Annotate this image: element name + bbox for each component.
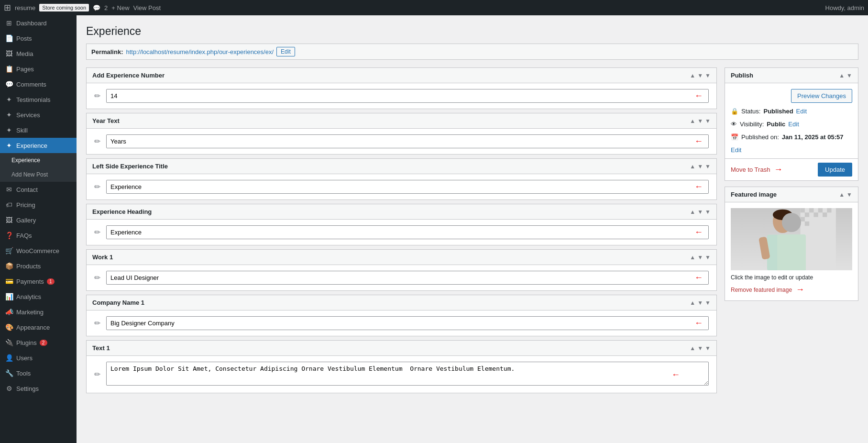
publish-collapse-down[interactable]: ▼ bbox=[846, 72, 852, 79]
sidebar-item-gallery[interactable]: 🖼 Gallery bbox=[0, 212, 77, 228]
sidebar-label-media: Media bbox=[16, 50, 33, 57]
sidebar-submenu-experience-item[interactable]: Experience bbox=[0, 153, 77, 167]
field-input-add-experience-number[interactable] bbox=[106, 89, 709, 103]
sidebar-item-woocommerce[interactable]: 🛒 WooCommerce bbox=[0, 243, 77, 258]
permalink-edit-button[interactable]: Edit bbox=[276, 47, 295, 56]
meta-box-label-left-side-experience-title: Left Side Experience Title bbox=[92, 163, 168, 170]
sidebar-item-contact[interactable]: ✉ Contact bbox=[0, 182, 77, 197]
sidebar-item-services[interactable]: ✦ Services bbox=[0, 107, 77, 122]
meta-box-toggle-work-1[interactable]: ▼ bbox=[705, 254, 711, 261]
meta-box-down-experience-heading[interactable]: ▼ bbox=[697, 209, 703, 215]
move-to-trash-link[interactable]: Move to Trash bbox=[731, 166, 770, 173]
sidebar-item-pricing[interactable]: 🏷 Pricing bbox=[0, 197, 77, 212]
update-button[interactable]: Update bbox=[818, 163, 852, 177]
meta-box-up-year-text[interactable]: ▲ bbox=[690, 118, 695, 124]
meta-box-down-add-experience-number[interactable]: ▼ bbox=[697, 72, 703, 79]
admin-bar-new-link[interactable]: + New bbox=[111, 4, 129, 11]
sidebar-item-users[interactable]: 👤 Users bbox=[0, 350, 77, 365]
sidebar-submenu-add-new-post[interactable]: Add New Post bbox=[0, 167, 77, 182]
published-edit-link[interactable]: Edit bbox=[731, 146, 741, 154]
sidebar-item-testimonials[interactable]: ✦ Testimonials bbox=[0, 92, 77, 107]
status-edit-link[interactable]: Edit bbox=[796, 108, 807, 115]
meta-box-toggle-add-experience-number[interactable]: ▼ bbox=[705, 72, 711, 79]
meta-box-up-company-name-1[interactable]: ▲ bbox=[690, 299, 695, 306]
edit-icon-add-experience-number[interactable]: ✏ bbox=[94, 91, 100, 100]
sidebar-item-dashboard[interactable]: ⊞ Dashboard bbox=[0, 15, 77, 31]
sidebar-item-comments[interactable]: 💬 Comments bbox=[0, 77, 77, 92]
meta-box-down-text-1[interactable]: ▼ bbox=[697, 345, 703, 352]
meta-box-down-company-name-1[interactable]: ▼ bbox=[697, 299, 703, 306]
publish-panel-title: Publish bbox=[731, 72, 753, 79]
sidebar-item-marketing[interactable]: 📣 Marketing bbox=[0, 304, 77, 320]
payments-badge: 1 bbox=[47, 278, 55, 285]
featured-image-collapse-down[interactable]: ▼ bbox=[846, 191, 852, 198]
field-textarea-text-1[interactable]: Lorem Ipsum Dolor Sit Amet, Consectetur … bbox=[106, 362, 709, 386]
edit-icon-year-text[interactable]: ✏ bbox=[94, 137, 100, 146]
permalink-label: Permalink: bbox=[91, 48, 123, 55]
sidebar-item-pages[interactable]: 📋 Pages bbox=[0, 61, 77, 77]
field-input-left-side-experience-title[interactable] bbox=[106, 180, 709, 194]
status-label: Status: bbox=[741, 108, 760, 115]
sidebar-item-plugins[interactable]: 🔌 Plugins 2 bbox=[0, 335, 77, 350]
svg-point-13 bbox=[773, 210, 792, 220]
meta-box-down-left-side-experience-title[interactable]: ▼ bbox=[697, 163, 703, 170]
permalink-url[interactable]: http://localhost/resume/index.php/our-ex… bbox=[126, 48, 274, 55]
status-row: 🔒 Status: Published Edit bbox=[725, 105, 858, 118]
meta-box-add-experience-number: Add Experience Number ▲ ▼ ▼ ✏ ← bbox=[86, 67, 717, 109]
skill-icon: ✦ bbox=[5, 126, 13, 134]
publish-collapse-up[interactable]: ▲ bbox=[839, 72, 845, 79]
meta-box-company-name-1: Company Name 1 ▲ ▼ ▼ ✏ ← bbox=[86, 295, 717, 336]
sidebar-item-payments[interactable]: 💳 Payments 1 bbox=[0, 274, 77, 289]
visibility-edit-link[interactable]: Edit bbox=[788, 121, 799, 128]
meta-box-down-year-text[interactable]: ▼ bbox=[697, 118, 703, 124]
sidebar-item-settings[interactable]: ⚙ Settings bbox=[0, 381, 77, 396]
featured-image-thumbnail[interactable] bbox=[731, 208, 852, 270]
field-input-company-name-1[interactable] bbox=[106, 316, 709, 330]
meta-box-up-text-1[interactable]: ▲ bbox=[690, 345, 695, 352]
svg-rect-7 bbox=[827, 208, 831, 212]
field-input-work-1[interactable] bbox=[106, 271, 709, 285]
sidebar-item-tools[interactable]: 🔧 Tools bbox=[0, 365, 77, 381]
field-arrow-add-experience-number: ← bbox=[694, 91, 703, 101]
sidebar-label-products: Products bbox=[16, 263, 41, 270]
meta-box-toggle-company-name-1[interactable]: ▼ bbox=[705, 299, 711, 306]
edit-icon-experience-heading[interactable]: ✏ bbox=[94, 228, 100, 237]
remove-featured-image-link[interactable]: Remove featured image bbox=[731, 287, 792, 293]
field-arrow-text-1: ← bbox=[671, 369, 680, 379]
sidebar-item-media[interactable]: 🖼 Media bbox=[0, 46, 77, 61]
meta-box-up-add-experience-number[interactable]: ▲ bbox=[690, 72, 695, 79]
admin-bar-view-post[interactable]: View Post bbox=[133, 4, 161, 11]
field-input-experience-heading[interactable] bbox=[106, 225, 709, 239]
sidebar-item-analytics[interactable]: 📊 Analytics bbox=[0, 289, 77, 304]
meta-box-down-work-1[interactable]: ▼ bbox=[697, 254, 703, 261]
meta-box-toggle-experience-heading[interactable]: ▼ bbox=[705, 209, 711, 215]
meta-box-controls-experience-heading: ▲ ▼ ▼ bbox=[690, 209, 711, 215]
meta-box-body-work-1: ✏ ← bbox=[87, 265, 716, 290]
meta-box-toggle-year-text[interactable]: ▼ bbox=[705, 118, 711, 124]
preview-changes-button[interactable]: Preview Changes bbox=[791, 89, 852, 103]
edit-icon-work-1[interactable]: ✏ bbox=[94, 273, 100, 282]
meta-box-toggle-left-side-experience-title[interactable]: ▼ bbox=[705, 163, 711, 170]
sidebar-label-dashboard: Dashboard bbox=[16, 20, 47, 27]
field-input-year-text[interactable] bbox=[106, 134, 709, 148]
field-arrow-work-1: ← bbox=[694, 273, 703, 283]
calendar-icon: 📅 bbox=[731, 133, 738, 141]
sidebar-item-experience[interactable]: ✦ Experience bbox=[0, 138, 77, 153]
meta-box-up-experience-heading[interactable]: ▲ bbox=[690, 209, 695, 215]
published-date: Jan 11, 2025 at 05:57 bbox=[782, 133, 844, 141]
edit-icon-company-name-1[interactable]: ✏ bbox=[94, 319, 100, 328]
meta-box-up-work-1[interactable]: ▲ bbox=[690, 254, 695, 261]
sidebar-item-posts[interactable]: 📄 Posts bbox=[0, 31, 77, 46]
sidebar-item-faqs[interactable]: ❓ FAQs bbox=[0, 228, 77, 243]
sidebar-item-skill[interactable]: ✦ Skill bbox=[0, 122, 77, 138]
meta-box-up-left-side-experience-title[interactable]: ▲ bbox=[690, 163, 695, 170]
featured-image-collapse-up[interactable]: ▲ bbox=[839, 191, 845, 198]
sidebar-item-products[interactable]: 📦 Products bbox=[0, 258, 77, 274]
admin-bar-site-name[interactable]: resume bbox=[15, 4, 35, 11]
sidebar-item-appearance[interactable]: 🎨 Appearance bbox=[0, 320, 77, 335]
comments-icon: 💬 bbox=[5, 80, 13, 88]
edit-icon-left-side-experience-title[interactable]: ✏ bbox=[94, 182, 100, 191]
store-coming-soon-badge: Store coming soon bbox=[39, 4, 89, 11]
edit-icon-text-1[interactable]: ✏ bbox=[94, 370, 100, 379]
meta-box-toggle-text-1[interactable]: ▼ bbox=[705, 345, 711, 352]
